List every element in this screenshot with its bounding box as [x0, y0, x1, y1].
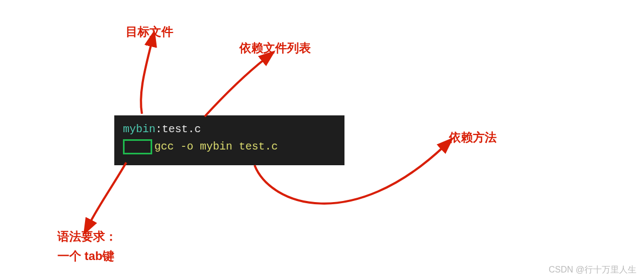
token-target: mybin [123, 123, 155, 135]
makefile-line-1: mybin:test.c [123, 121, 336, 138]
makefile-line-2: gcc -o mybin test.c [123, 138, 336, 155]
label-dependency-method: 依赖方法 [449, 129, 497, 146]
token-deps: test.c [162, 123, 201, 135]
arrow-dependency-list [205, 59, 265, 116]
label-dependency-list: 依赖文件列表 [239, 40, 311, 57]
arrow-syntax-req [89, 163, 126, 224]
tab-indicator-box [123, 139, 152, 154]
label-syntax-req-1: 语法要求： [57, 229, 117, 245]
token-colon: : [155, 123, 162, 135]
watermark: CSDN @行十万里人生 [549, 264, 636, 276]
label-target-file: 目标文件 [126, 24, 173, 41]
label-syntax-req-2: 一个 tab键 [57, 248, 114, 265]
token-command: gcc -o mybin test.c [154, 138, 278, 155]
code-block: mybin:test.c gcc -o mybin test.c [114, 115, 344, 165]
arrow-target-file [141, 42, 152, 114]
